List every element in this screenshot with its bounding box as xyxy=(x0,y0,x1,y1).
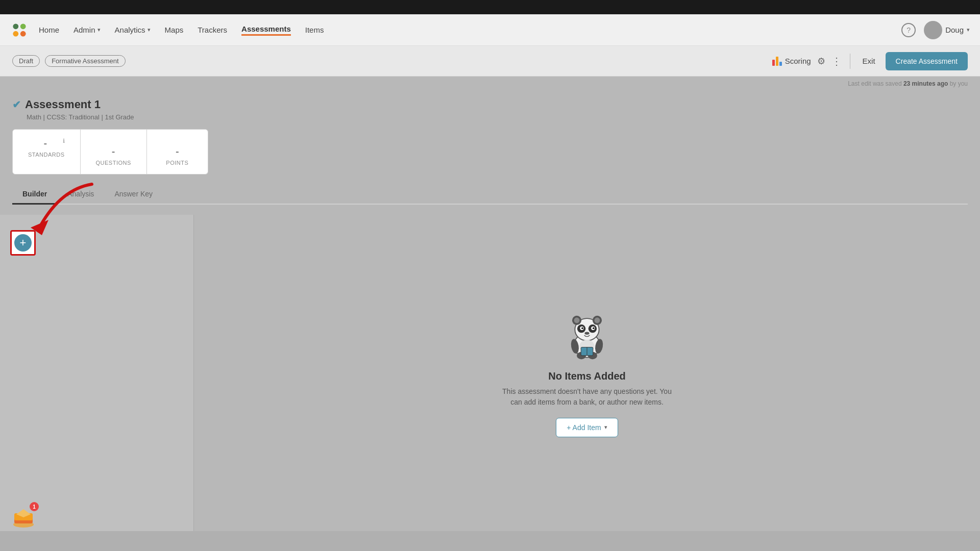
stat-points: - POINTS xyxy=(147,129,208,174)
nav-analytics[interactable]: Analytics ▾ xyxy=(115,26,151,34)
svg-point-1 xyxy=(20,23,26,29)
points-value: - xyxy=(162,146,192,158)
scoring-label: Scoring xyxy=(785,57,811,65)
nav-admin[interactable]: Admin ▾ xyxy=(74,26,101,34)
user-avatar xyxy=(924,21,942,39)
stat-questions: - QUESTIONS xyxy=(81,129,147,174)
last-saved-time: 23 minutes ago xyxy=(903,80,948,87)
stats-row: ℹ - STANDARDS - QUESTIONS - POINTS xyxy=(12,129,968,174)
add-button-container: + xyxy=(10,230,36,256)
questions-value: - xyxy=(96,146,131,158)
svg-point-9 xyxy=(574,317,580,323)
plus-circle-icon: + xyxy=(14,234,32,252)
svg-point-0 xyxy=(13,23,18,29)
navbar: Home Admin ▾ Analytics ▾ Maps Trackers A… xyxy=(0,14,980,46)
settings-icon[interactable]: ⚙ xyxy=(817,56,825,67)
panda-illustration xyxy=(561,309,612,360)
svg-point-16 xyxy=(593,327,595,329)
add-item-plus-button[interactable]: + xyxy=(10,230,36,256)
scoring-bar-2 xyxy=(776,57,778,66)
svg-point-3 xyxy=(20,31,26,36)
svg-point-10 xyxy=(595,317,600,323)
status-bar: Draft Formative Assessment Scoring ⚙ ⋮ E… xyxy=(0,46,980,77)
no-items-title: No Items Added xyxy=(500,370,674,382)
scoring-bar-1 xyxy=(772,60,775,66)
assessment-name: Assessment 1 xyxy=(25,98,101,111)
exit-button[interactable]: Exit xyxy=(859,55,879,67)
nav-assessments[interactable]: Assessments xyxy=(241,24,291,36)
nav-right: ? Doug ▾ xyxy=(901,21,970,39)
top-black-bar xyxy=(0,0,980,14)
last-saved-bar: Last edit was saved 23 minutes ago by yo… xyxy=(0,77,980,88)
svg-point-17 xyxy=(584,332,589,334)
draft-badge[interactable]: Draft xyxy=(12,55,40,67)
help-icon[interactable]: ? xyxy=(901,23,916,37)
more-options-icon[interactable]: ⋮ xyxy=(831,55,842,67)
svg-point-15 xyxy=(581,327,583,329)
verified-icon: ✔ xyxy=(12,98,21,111)
nav-maps[interactable]: Maps xyxy=(165,26,184,34)
add-item-label: + Add Item xyxy=(567,423,601,432)
questions-label: QUESTIONS xyxy=(96,160,131,166)
no-items-section: No Items Added This assessment doesn't h… xyxy=(500,309,674,437)
vertical-divider xyxy=(850,54,850,69)
assessment-header: ✔ Assessment 1 Math | CCSS: Traditional … xyxy=(12,98,968,121)
analytics-chevron-icon: ▾ xyxy=(148,27,151,33)
builder-layout: + xyxy=(0,215,980,531)
user-menu[interactable]: Doug ▾ xyxy=(924,21,970,39)
standards-info-icon[interactable]: ℹ xyxy=(63,138,65,144)
add-item-button[interactable]: + Add Item ▾ xyxy=(556,418,618,437)
layer-icon: 1 xyxy=(10,504,37,531)
builder-main: No Items Added This assessment doesn't h… xyxy=(194,215,980,531)
scoring-bar-3 xyxy=(779,62,782,66)
scoring-button[interactable]: Scoring xyxy=(772,57,811,66)
formative-badge[interactable]: Formative Assessment xyxy=(45,55,126,67)
assessment-title: ✔ Assessment 1 xyxy=(12,98,968,111)
nav-items[interactable]: Items xyxy=(305,26,324,34)
tab-builder[interactable]: Builder xyxy=(12,185,57,205)
assessment-meta: Math | CCSS: Traditional | 1st Grade xyxy=(27,113,968,121)
tab-answer-key[interactable]: Answer Key xyxy=(104,185,163,205)
standards-label: STANDARDS xyxy=(28,152,65,158)
app-logo xyxy=(10,21,29,39)
user-name: Doug xyxy=(945,26,964,34)
tabs-row: Builder Analysis Answer Key xyxy=(12,185,968,205)
nav-links: Home Admin ▾ Analytics ▾ Maps Trackers A… xyxy=(39,24,901,36)
add-item-chevron-icon: ▾ xyxy=(604,424,607,431)
layer-badge: 1 xyxy=(30,502,39,511)
scoring-chart-icon xyxy=(772,57,782,66)
svg-point-2 xyxy=(13,31,18,36)
points-label: POINTS xyxy=(162,160,192,166)
stat-standards: ℹ - STANDARDS xyxy=(12,129,81,174)
layer-icon-wrapper[interactable]: 1 xyxy=(10,504,37,531)
main-content: ✔ Assessment 1 Math | CCSS: Traditional … xyxy=(0,88,980,215)
admin-chevron-icon: ▾ xyxy=(97,27,101,33)
last-saved-text: Last edit was saved 23 minutes ago by yo… xyxy=(848,80,968,87)
user-chevron-icon: ▾ xyxy=(967,27,970,33)
standards-value: - xyxy=(28,138,65,149)
status-left: Draft Formative Assessment xyxy=(12,55,126,67)
nav-home[interactable]: Home xyxy=(39,26,59,34)
status-right: Scoring ⚙ ⋮ Exit Create Assessment xyxy=(772,52,968,70)
no-items-description: This assessment doesn't have any questio… xyxy=(500,386,674,408)
tab-analysis[interactable]: Analysis xyxy=(57,185,104,205)
create-assessment-button[interactable]: Create Assessment xyxy=(886,52,968,70)
nav-trackers[interactable]: Trackers xyxy=(198,26,227,34)
builder-sidebar: + xyxy=(0,215,194,531)
